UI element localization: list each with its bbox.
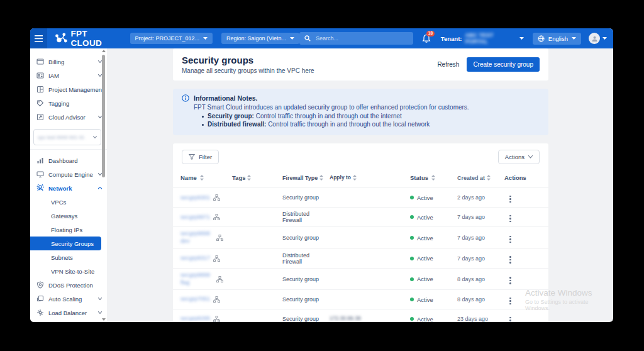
sidebar-item-cloud-advisor[interactable]: Cloud Advisor (30, 110, 107, 124)
status-dot (410, 317, 414, 321)
sidebar-item-iam[interactable]: IAM (30, 69, 107, 82)
sort-icon (487, 175, 491, 181)
sidebar-item-billing[interactable]: Billing (30, 55, 107, 69)
billing-icon (36, 58, 44, 65)
column-header-name[interactable]: Name (173, 174, 232, 181)
load-balancer-icon (36, 309, 44, 316)
security-group-name[interactable]: secgrp9971 (180, 214, 210, 221)
chevron-down-icon (203, 37, 208, 40)
created-at: 8 days ago (457, 296, 504, 303)
banner-description: FPT Smart Cloud introduces an updated se… (194, 104, 540, 111)
row-actions-kebab[interactable] (507, 296, 514, 306)
column-header-created-at[interactable]: Created at (457, 175, 504, 181)
tenant-value: ABC TEST PORTAL (465, 32, 516, 45)
sidebar-item-network[interactable]: Network (30, 181, 107, 195)
firewall-type: Security group (282, 316, 330, 322)
table-row: secgrp9317 Distributed Firewall Active 7… (173, 248, 548, 268)
row-actions-kebab[interactable] (507, 194, 514, 204)
row-actions-kebab[interactable] (507, 235, 514, 245)
column-header-firewall-type[interactable]: Firewall Type (282, 175, 330, 181)
sidebar-item-tagging[interactable]: Tagging (30, 96, 107, 110)
status-badge: Active (417, 235, 433, 242)
status-badge: Active (417, 194, 433, 201)
sort-icon (319, 175, 323, 181)
firewall-type: Security group (282, 296, 330, 303)
vpc-selector[interactable]: vpc test 0000 001 01 (33, 129, 101, 145)
row-actions-kebab[interactable] (507, 214, 514, 224)
chevron-down-icon (519, 37, 524, 40)
sidebar-item-ddos-protection[interactable]: DDoS Protection (30, 278, 107, 292)
tenant-label: Tenant: (441, 35, 462, 42)
apartment-icon (213, 194, 220, 201)
security-group-name[interactable]: secgrp9317 (180, 255, 210, 262)
row-actions-kebab[interactable] (507, 316, 514, 322)
tag-icon (36, 99, 44, 107)
scroll-up-icon[interactable] (102, 50, 106, 52)
created-at: 7 days ago (457, 255, 504, 262)
sidebar-item-load-balancer[interactable]: Load Balancer (30, 306, 107, 320)
sidebar-item-subnets[interactable]: Subnets (30, 250, 107, 264)
sidebar-item-compute-engine[interactable]: Compute Engine (30, 167, 107, 181)
language-selector[interactable]: English (533, 33, 581, 45)
column-header-tags[interactable]: Tags (232, 174, 282, 181)
globe-icon (538, 35, 545, 42)
sidebar-item-auto-scaling[interactable]: Auto Scaling (30, 292, 107, 306)
apartment-icon (213, 316, 220, 322)
user-menu[interactable] (589, 33, 607, 44)
status-dot (410, 215, 414, 219)
sidebar-item-dashboard[interactable]: Dashboard (30, 153, 107, 167)
informational-notes-banner: Informational Notes. FPT Smart Cloud int… (173, 89, 548, 135)
created-at: 23 days ago (457, 316, 504, 322)
global-search (299, 32, 413, 45)
chevron-down-icon (93, 136, 97, 138)
search-input[interactable] (314, 35, 408, 42)
hamburger-menu-button[interactable] (30, 28, 47, 48)
region-selector[interactable]: Region: Saigon (Vietn... (221, 33, 299, 44)
security-group-name[interactable]: secgrp9301 (180, 194, 210, 202)
filter-button[interactable]: Filter (182, 150, 219, 164)
sidebar-item-gateways[interactable]: Gateways (30, 209, 107, 223)
scroll-down-icon[interactable] (102, 318, 106, 321)
top-bar: FPT CLOUD Project: PROJECT_012... Region… (30, 28, 613, 48)
table-row: secgrp8295 Security group 172.30.99.38 A… (173, 309, 548, 322)
refresh-button[interactable]: Refresh (437, 61, 459, 68)
sidebar-item-security-groups[interactable]: Security Groups (30, 237, 101, 250)
notifications-button[interactable]: 18 (422, 34, 431, 43)
sidebar-item-vpn-site-to-site[interactable]: VPN Site-to-Site (30, 264, 107, 278)
sort-icon (353, 175, 357, 181)
row-actions-kebab[interactable] (507, 255, 514, 265)
project-selector-label: Project: PROJECT_012... (135, 35, 200, 42)
tenant-selector[interactable]: Tenant: ABC TEST PORTAL (441, 32, 524, 45)
column-header-actions: Actions (504, 174, 548, 181)
project-selector[interactable]: Project: PROJECT_012... (130, 33, 213, 44)
fpt-cloud-logo: FPT CLOUD (55, 29, 119, 48)
auto-scaling-icon (36, 295, 44, 303)
firewall-type: Distributed Firewall (282, 252, 330, 265)
apartment-icon (213, 255, 220, 262)
column-header-status[interactable]: Status (410, 174, 457, 181)
created-at: 8 days ago (457, 276, 504, 282)
firewall-type: Security group (282, 235, 330, 241)
sidebar-item-floating-ips[interactable]: Floating IPs (30, 223, 107, 237)
column-header-apply-to[interactable]: Apply to (330, 174, 410, 181)
sidebar-item-vpcs[interactable]: VPCs (30, 195, 107, 209)
apartment-icon (216, 276, 223, 282)
sidebar-scrollbar[interactable] (102, 50, 106, 321)
security-group-name[interactable]: secgrp9898 dev (180, 230, 213, 245)
security-group-name[interactable]: secgrp7051 (180, 296, 210, 303)
actions-dropdown[interactable]: Actions (498, 150, 540, 164)
main-content: Security groups Manage all security grou… (107, 48, 613, 322)
status-badge: Active (417, 214, 433, 221)
sidebar-item-project-management[interactable]: Project Management (30, 82, 107, 96)
sort-icon (247, 175, 251, 181)
scrollbar-thumb[interactable] (102, 55, 105, 177)
apply-to: 172.30.99.38 (330, 315, 410, 322)
created-at: 7 days ago (457, 235, 504, 241)
table-row: secgrp9971 Distributed Firewall Active 7… (173, 207, 548, 226)
dashboard-icon (36, 157, 44, 164)
row-actions-kebab[interactable] (507, 276, 514, 286)
hamburger-icon (35, 35, 43, 42)
security-group-name[interactable]: secgrp8295 (180, 315, 210, 322)
security-group-name[interactable]: secgrp9899 flag (180, 272, 213, 286)
create-security-group-button[interactable]: Create security group (467, 57, 540, 72)
